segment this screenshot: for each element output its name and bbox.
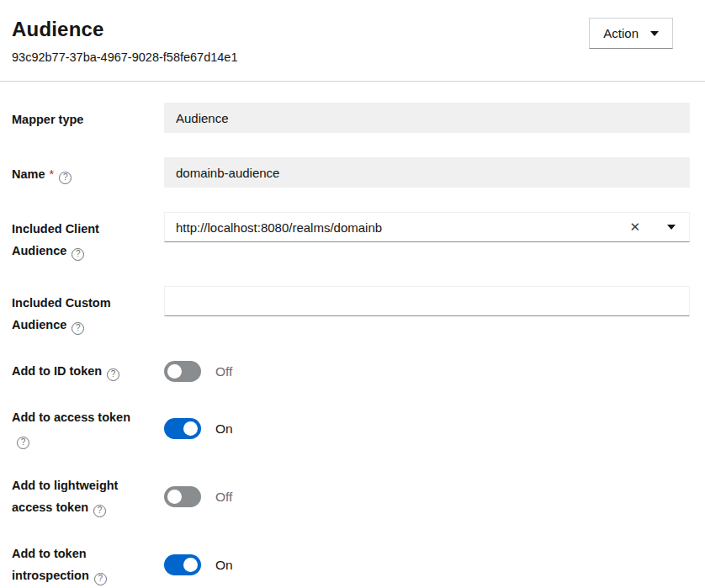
add-to-token-introspection-state: On	[215, 558, 233, 573]
toggle-knob	[167, 364, 182, 379]
add-to-access-token-toggle[interactable]	[164, 418, 201, 439]
included-client-audience-label: Included Client Audience	[12, 222, 99, 257]
included-custom-audience-label: Included Custom Audience	[12, 296, 111, 331]
mapper-id: 93c92b77-37ba-4967-9028-f58fe67d14e1	[12, 50, 237, 64]
action-dropdown-button[interactable]: Action	[589, 18, 673, 49]
help-icon[interactable]: ?	[107, 368, 119, 381]
toggle-knob	[183, 421, 198, 436]
add-to-lightweight-access-token-toggle[interactable]	[164, 486, 201, 507]
action-dropdown-label: Action	[603, 26, 639, 40]
name-label: Name	[12, 167, 45, 181]
help-icon[interactable]: ?	[94, 573, 107, 585]
form-row-add-to-lightweight-access-token: Add to lightweight access token? Off	[12, 474, 690, 518]
mapper-type-label-col: Mapper type	[12, 103, 164, 133]
form-row-included-client-audience: Included Client Audience? http://localho…	[12, 212, 690, 262]
mapper-type-label: Mapper type	[12, 113, 83, 126]
select-toggle-button[interactable]	[662, 213, 689, 241]
help-icon[interactable]: ?	[17, 437, 29, 449]
add-to-token-introspection-label: Add to token introspection	[12, 547, 89, 582]
mapper-type-field	[164, 103, 690, 133]
add-to-token-introspection-label-col: Add to token introspection?	[12, 543, 164, 586]
mapper-details-page: Audience 93c92b77-37ba-4967-9028-f58fe67…	[0, 0, 705, 586]
form-row-mapper-type: Mapper type	[12, 103, 690, 133]
add-to-access-token-label-col: Add to access token?	[12, 406, 164, 450]
add-to-lightweight-access-token-field: Off	[164, 474, 690, 518]
help-icon[interactable]: ?	[72, 248, 84, 261]
name-field	[164, 157, 690, 188]
add-to-id-token-toggle[interactable]	[164, 361, 201, 382]
included-custom-audience-input[interactable]	[164, 286, 690, 316]
caret-down-icon	[650, 31, 659, 36]
help-icon[interactable]: ?	[93, 505, 106, 517]
add-to-access-token-field: On	[164, 406, 690, 450]
included-client-audience-label-col: Included Client Audience?	[12, 212, 164, 262]
page-header-text: Audience 93c92b77-37ba-4967-9028-f58fe67…	[12, 18, 237, 64]
help-icon[interactable]: ?	[59, 172, 72, 184]
included-client-audience-select[interactable]: http://localhost:8080/realms/domainb ✕	[164, 212, 690, 242]
add-to-id-token-label-col: Add to ID token?	[12, 360, 164, 382]
included-custom-audience-label-col: Included Custom Audience?	[12, 286, 164, 336]
add-to-lightweight-access-token-state: Off	[215, 490, 232, 505]
add-to-token-introspection-toggle[interactable]	[164, 554, 201, 575]
mapper-form: Mapper type Name*? Included Client Audie…	[0, 82, 705, 586]
caret-down-icon	[667, 225, 676, 230]
form-row-name: Name*?	[12, 157, 690, 188]
required-asterisk: *	[50, 167, 55, 181]
mapper-type-input	[164, 103, 690, 133]
form-row-add-to-token-introspection: Add to token introspection? On	[12, 543, 690, 586]
help-icon[interactable]: ?	[72, 322, 84, 335]
clear-selection-button[interactable]: ✕	[619, 220, 650, 235]
add-to-access-token-state: On	[215, 421, 233, 437]
name-label-col: Name*?	[12, 157, 164, 188]
toggle-knob	[183, 558, 198, 572]
form-row-add-to-access-token: Add to access token? On	[12, 406, 690, 450]
add-to-id-token-state: Off	[215, 364, 232, 379]
add-to-lightweight-access-token-label-col: Add to lightweight access token?	[12, 474, 164, 518]
add-to-token-introspection-field: On	[164, 543, 690, 586]
included-client-audience-value: http://localhost:8080/realms/domainb	[176, 220, 619, 235]
form-row-included-custom-audience: Included Custom Audience?	[12, 286, 690, 336]
page-header: Audience 93c92b77-37ba-4967-9028-f58fe67…	[0, 0, 705, 81]
close-icon: ✕	[629, 220, 640, 234]
add-to-id-token-label: Add to ID token	[12, 364, 102, 378]
add-to-id-token-field: Off	[164, 360, 690, 382]
form-row-add-to-id-token: Add to ID token? Off	[12, 360, 690, 382]
toggle-knob	[167, 490, 182, 504]
add-to-access-token-label: Add to access token	[12, 411, 130, 424]
included-custom-audience-field	[164, 286, 690, 336]
page-title: Audience	[12, 18, 237, 41]
name-input	[164, 157, 690, 188]
